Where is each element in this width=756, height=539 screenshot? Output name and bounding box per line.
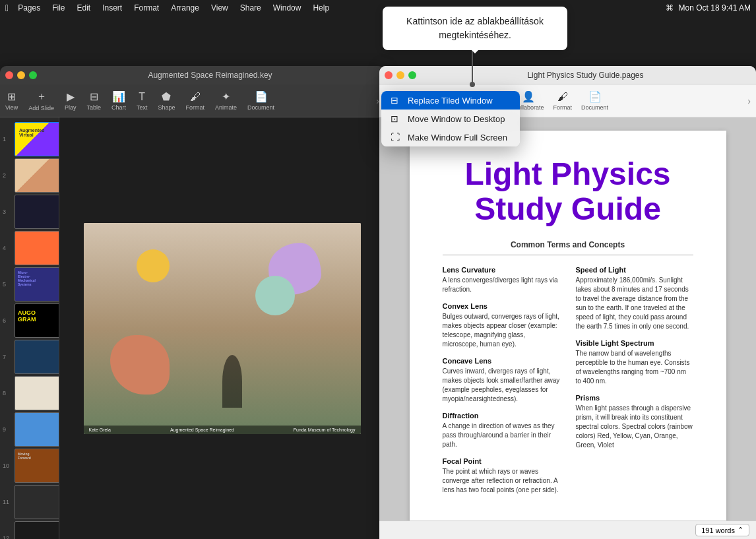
chart-icon: 📊: [112, 90, 125, 103]
pages-titlebar: Light Physics Study Guide.pages: [379, 66, 756, 84]
def-focal: The point at which rays or waves converg…: [443, 467, 560, 495]
document-page: Light PhysicsStudy Guide Common Terms an…: [410, 131, 726, 539]
doc-entry-diffraction: Diffraction A change in direction of wav…: [443, 412, 560, 449]
doc-entry-focal: Focal Point The point at which rays or w…: [443, 457, 560, 495]
fullscreen-icon: ⛶: [391, 132, 402, 143]
annotation-dot: [470, 82, 475, 87]
text-icon: T: [139, 91, 145, 103]
doc-entry-spectrum: Visible Light Spectrum The narrow band o…: [576, 339, 693, 386]
menu-insert[interactable]: Insert: [97, 2, 127, 14]
slide-thumb-9[interactable]: [15, 412, 59, 447]
caption-center: Augmented Space Reimagined: [170, 428, 234, 432]
toolbar-add-slide[interactable]: ＋ Add Slide: [28, 90, 54, 111]
term-focal: Focal Point: [443, 457, 560, 465]
blob-decoration-3: [110, 335, 170, 395]
term-diffraction: Diffraction: [443, 412, 560, 420]
format-icon: 🖌: [557, 91, 568, 103]
toolbar-play[interactable]: ▶ Play: [65, 90, 77, 111]
figure-silhouette: [222, 355, 242, 408]
doc-entry-concave: Concave Lens Curves inward, diverges ray…: [443, 357, 560, 404]
slide-thumb-12[interactable]: [15, 521, 59, 539]
main-slide[interactable]: Kate Grela Augmented Space Reimagined Fu…: [84, 223, 361, 434]
menu-window[interactable]: Window: [268, 2, 307, 14]
pages-document-content[interactable]: Light PhysicsStudy Guide Common Terms an…: [379, 117, 756, 539]
slide-thumb-8[interactable]: [15, 376, 59, 410]
menu-arrange[interactable]: Arrange: [166, 2, 205, 14]
context-menu: ⊟ Replace Tiled Window ⊡ Move Window to …: [381, 91, 520, 146]
slide-thumb-6[interactable]: AUGOGRAM: [15, 303, 59, 338]
def-lens-curvature: A lens converges/diverges light rays via…: [443, 276, 560, 294]
toolbar-shape[interactable]: ⬟ Shape: [158, 90, 175, 111]
slide-thumb-7[interactable]: [15, 340, 59, 374]
pages-maximize-button[interactable]: [408, 71, 416, 79]
menu-file[interactable]: File: [47, 2, 70, 14]
animate-icon: ✦: [222, 90, 230, 103]
toolbar-document[interactable]: 📄 Document: [247, 90, 274, 111]
blob-decoration-2: [255, 276, 295, 315]
document-icon: 📄: [255, 90, 268, 103]
doc-right-col: Speed of Light Approximately 186,000mi/s…: [576, 266, 693, 503]
def-speed: Approximately 186,000mi/s. Sunlight take…: [576, 276, 693, 331]
pages-close-button[interactable]: [385, 71, 393, 79]
menu-edit[interactable]: Edit: [72, 2, 96, 14]
doc-entry-lens-curvature: Lens Curvature A lens converges/diverges…: [443, 266, 560, 294]
slide-11-wrapper: 11: [15, 485, 56, 519]
pages-toolbar-format[interactable]: 🖌 Format: [553, 91, 572, 111]
slide-6-wrapper: 6 AUGOGRAM: [15, 303, 56, 338]
toolbar-chart[interactable]: 📊 Chart: [111, 90, 126, 111]
play-icon: ▶: [67, 90, 75, 103]
menubar-right: ⌘ Mon Oct 18 9:41 AM: [666, 3, 751, 13]
slide-thumb-10[interactable]: MovingForward: [15, 449, 59, 483]
slide-5-wrapper: 5 Micro-Electro-MechanicalSystems: [15, 267, 56, 301]
toolbar-text[interactable]: T Text: [137, 91, 148, 111]
keynote-toolbar: ⊞ View ＋ Add Slide ▶ Play ⊟ Table 📊 Char…: [0, 84, 385, 117]
doc-entry-prisms: Prisms When light passes through a dispe…: [576, 394, 693, 450]
slide-panel[interactable]: 1 AugmentedVirtual 2 3 4 5 Micro-Elect: [0, 117, 59, 539]
word-count-box[interactable]: 191 words ⌃: [695, 524, 749, 536]
context-menu-item-move[interactable]: ⊡ Move Window to Desktop: [381, 110, 520, 128]
maximize-button[interactable]: [29, 71, 37, 79]
slide-thumb-4[interactable]: [15, 231, 59, 265]
doc-subtitle: Common Terms and Concepts: [443, 240, 693, 249]
slide-thumb-5[interactable]: Micro-Electro-MechanicalSystems: [15, 267, 59, 301]
slide-image: [84, 223, 361, 434]
pages-minimize-button[interactable]: [396, 71, 404, 79]
slide-thumb-3[interactable]: [15, 195, 59, 229]
doc-divider: [443, 255, 693, 255]
toolbar-expand-icon[interactable]: ›: [747, 96, 751, 106]
slide-thumb-1[interactable]: AugmentedVirtual: [15, 122, 59, 156]
word-count-chevron: ⌃: [738, 526, 743, 534]
apple-menu[interactable]: : [5, 3, 9, 13]
toolbar-table[interactable]: ⊟ Table: [86, 90, 101, 111]
toolbar-format[interactable]: 🖌 Format: [185, 91, 205, 111]
menu-help[interactable]: Help: [307, 2, 334, 14]
context-menu-item-fullscreen[interactable]: ⛶ Make Window Full Screen: [381, 128, 520, 146]
menu-share[interactable]: Share: [235, 2, 267, 14]
context-menu-item-replace[interactable]: ⊟ Replace Tiled Window: [381, 91, 520, 110]
slide-9-wrapper: 9: [15, 412, 56, 447]
menu-view[interactable]: View: [206, 2, 234, 14]
slide-4-wrapper: 4: [15, 231, 56, 265]
slide-thumb-11[interactable]: [15, 485, 59, 519]
move-icon: ⊡: [391, 113, 402, 124]
slide-thumb-2[interactable]: [15, 158, 59, 193]
keynote-titlebar: Augmented Space Reimagined.key: [0, 66, 385, 84]
menu-format[interactable]: Format: [129, 2, 164, 14]
slide-3-wrapper: 3: [15, 195, 56, 229]
toolbar-animate[interactable]: ✦ Animate: [215, 90, 237, 111]
mac-menubar:  Pages File Edit Insert Format Arrange …: [0, 0, 756, 16]
close-button[interactable]: [5, 71, 13, 79]
add-slide-icon: ＋: [36, 90, 47, 104]
menu-pages[interactable]: Pages: [13, 2, 46, 14]
collaborate-icon: 👤: [522, 90, 535, 103]
annotation-bubble: Kattintson ide az ablakbeállításokmegtek…: [383, 7, 567, 50]
minimize-button[interactable]: [17, 71, 25, 79]
pages-statusbar: 191 words ⌃: [379, 521, 756, 539]
pages-toolbar-document[interactable]: 📄 Document: [581, 90, 608, 111]
document-icon: 📄: [588, 90, 602, 103]
slide-7-wrapper: 7: [15, 340, 56, 374]
toolbar-view[interactable]: ⊞ View: [5, 90, 18, 111]
shape-icon: ⬟: [162, 90, 171, 103]
doc-left-col: Lens Curvature A lens converges/diverges…: [443, 266, 560, 503]
blob-decoration-4: [137, 249, 170, 282]
